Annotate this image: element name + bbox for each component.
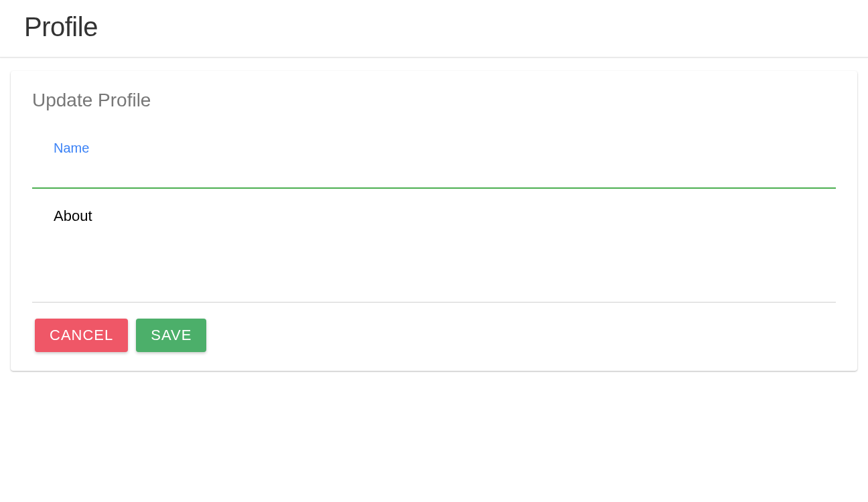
about-textarea[interactable] xyxy=(32,202,836,303)
page-header: Profile xyxy=(0,0,868,58)
card-title: Update Profile xyxy=(32,90,836,111)
about-field-group xyxy=(32,202,836,305)
name-input[interactable] xyxy=(32,150,836,189)
page-title: Profile xyxy=(24,12,844,42)
save-button[interactable]: Save xyxy=(136,319,206,352)
name-field-group: Name xyxy=(32,141,836,189)
update-profile-card: Update Profile Name Cancel Save xyxy=(11,71,857,371)
button-row: Cancel Save xyxy=(35,319,836,352)
cancel-button[interactable]: Cancel xyxy=(35,319,128,352)
